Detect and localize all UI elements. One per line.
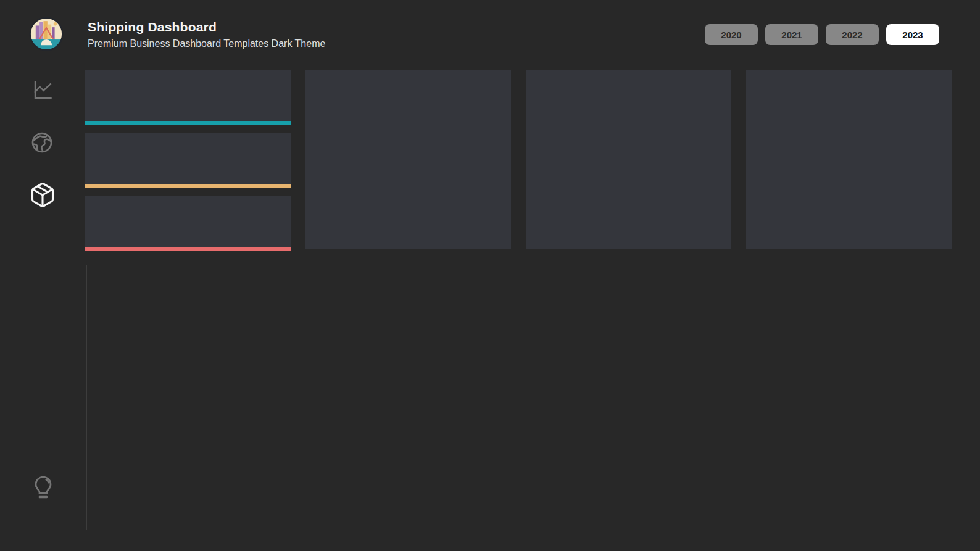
city-skyline-logo-icon	[28, 16, 64, 52]
lightbulb-icon	[30, 473, 56, 503]
chart-axis-line	[86, 265, 87, 530]
sidebar-item-info[interactable]	[30, 473, 56, 503]
page-subtitle: Premium Business Dashboard Templates Dar…	[88, 38, 325, 49]
page-title: Shipping Dashboard	[88, 20, 217, 35]
chart-panel-1[interactable]	[305, 70, 511, 249]
kpi-accent-teal	[85, 121, 291, 125]
year-button-2022[interactable]: 2022	[826, 24, 879, 45]
kpi-column	[85, 70, 291, 259]
globe-icon	[29, 130, 55, 155]
app-logo	[28, 16, 64, 52]
kpi-accent-sand	[85, 184, 291, 188]
chart-panel-3[interactable]	[746, 70, 952, 249]
kpi-card-3[interactable]	[85, 196, 291, 251]
year-button-2021[interactable]: 2021	[765, 24, 818, 45]
kpi-card-1[interactable]	[85, 70, 291, 125]
shipping-dashboard-app: Shipping Dashboard Premium Business Dash…	[0, 0, 980, 551]
kpi-accent-coral	[85, 247, 291, 251]
sidebar-item-map[interactable]	[29, 130, 55, 155]
sidebar-item-trends[interactable]	[31, 79, 54, 101]
year-button-2023[interactable]: 2023	[886, 24, 939, 45]
sidebar-item-shipments[interactable]	[29, 181, 56, 209]
year-filter: 2020 2021 2022 2023	[705, 24, 939, 45]
year-button-2020[interactable]: 2020	[705, 24, 758, 45]
kpi-card-2[interactable]	[85, 133, 291, 188]
chart-panel-2[interactable]	[526, 70, 731, 249]
line-chart-icon	[31, 79, 54, 101]
package-icon	[29, 181, 56, 209]
